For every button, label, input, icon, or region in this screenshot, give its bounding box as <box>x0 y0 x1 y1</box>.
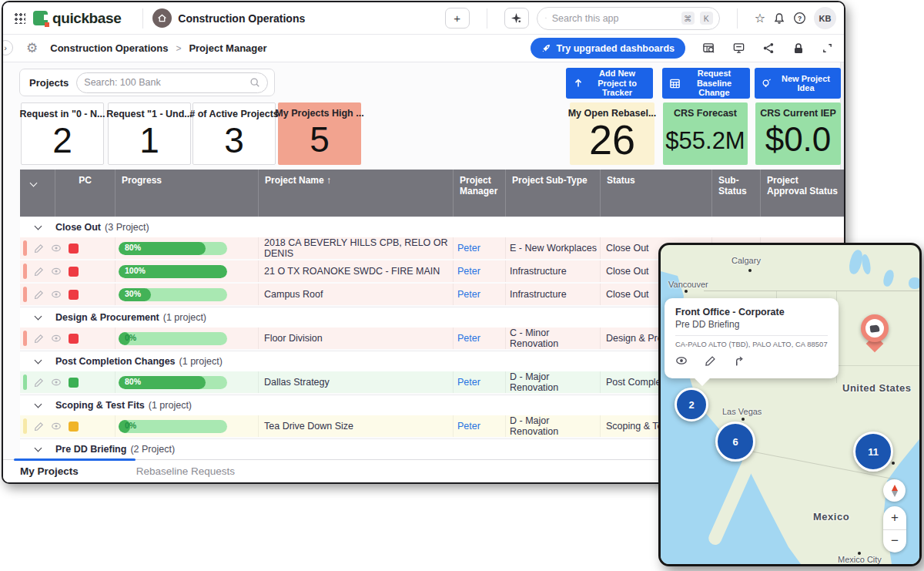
map-cluster-2[interactable]: 2 <box>675 388 708 422</box>
col-header-progress[interactable]: Progress <box>116 170 259 217</box>
col-header-status[interactable]: Status <box>601 170 712 217</box>
edit-pencil-icon[interactable] <box>34 422 44 432</box>
project-name[interactable]: 2018 CA BEVERLY HILLS CPB, RELO OR DENIS <box>259 237 454 259</box>
breadcrumb-app[interactable]: Construction Operations <box>50 42 168 54</box>
new-project-idea-button[interactable]: New Project Idea <box>755 68 841 99</box>
app-switcher-grid-icon[interactable] <box>14 12 25 24</box>
project-name[interactable]: Floor Division <box>259 327 454 349</box>
pc-status-square <box>69 290 79 300</box>
view-eye-icon[interactable] <box>51 377 62 388</box>
chevron-down-icon[interactable] <box>20 404 55 407</box>
favorite-star-icon[interactable]: ☆ <box>755 11 765 25</box>
edit-pencil-icon[interactable] <box>34 244 44 254</box>
table-header-row: PC Progress Project Name ↑ Project Manag… <box>20 170 844 217</box>
view-eye-icon[interactable] <box>51 333 62 344</box>
divider <box>675 335 828 336</box>
try-upgraded-dashboards-button[interactable]: Try upgraded dashboards <box>531 38 685 59</box>
view-eye-icon[interactable] <box>51 289 62 300</box>
popup-title: Front Office - Corporate <box>675 307 828 317</box>
projects-search-box[interactable] <box>76 72 268 93</box>
kpi-value: 5 <box>310 119 330 160</box>
search-input[interactable] <box>552 13 676 24</box>
kpi-card[interactable]: CRS Current IEP $0.0 <box>755 102 841 165</box>
kpi-card[interactable]: CRS Forecast $55.2M <box>663 102 748 165</box>
user-avatar[interactable]: KB <box>814 7 836 29</box>
chevron-down-icon[interactable] <box>20 360 55 363</box>
project-manager-link[interactable]: Peter <box>457 289 480 300</box>
edit-pencil-icon[interactable] <box>34 378 44 388</box>
tab-my-projects[interactable]: My Projects <box>20 465 79 477</box>
active-tab-indicator <box>14 458 136 461</box>
fullscreen-expand-icon[interactable] <box>822 42 833 54</box>
arrow-up-icon <box>573 78 584 89</box>
request-baseline-change-button[interactable]: Request Baseline Change <box>662 68 750 99</box>
projects-search-input[interactable] <box>84 77 249 88</box>
view-eye-icon[interactable] <box>51 266 62 277</box>
rocket-icon <box>541 43 551 53</box>
project-manager-link[interactable]: Peter <box>457 421 480 432</box>
edit-pencil-icon[interactable] <box>705 354 716 367</box>
quickbase-logo-icon[interactable] <box>33 11 48 25</box>
view-eye-icon[interactable] <box>51 421 62 432</box>
map-canvas[interactable]: Calgary Vancouver United States Las Vega… <box>661 245 919 564</box>
add-new-project-button[interactable]: Add New Project to Tracker <box>566 68 653 99</box>
map-cluster-11[interactable]: 11 <box>853 432 893 472</box>
ai-sparkle-button[interactable] <box>504 8 529 29</box>
report-table-icon[interactable] <box>702 42 715 55</box>
app-search-box[interactable]: ⌘ K <box>537 7 720 30</box>
project-name[interactable]: 21 O TX ROANOKE SWDC - FIRE MAIN <box>259 260 454 282</box>
group-header[interactable]: Close Out (3 Project) <box>20 217 844 237</box>
table-icon <box>669 78 681 89</box>
edit-pencil-icon[interactable] <box>34 267 44 277</box>
kpi-card[interactable]: Request "1 - Und... 1 <box>108 102 191 165</box>
view-eye-icon[interactable] <box>51 243 62 254</box>
lock-icon[interactable] <box>792 42 805 55</box>
divider <box>487 8 487 29</box>
chevron-down-icon[interactable] <box>20 448 55 451</box>
collapse-all-chevron[interactable] <box>20 170 55 217</box>
zoom-out-button[interactable]: − <box>883 530 906 553</box>
compass-control[interactable] <box>883 479 906 502</box>
col-header-sub-status[interactable]: Sub-Status <box>712 170 761 217</box>
project-manager-link[interactable]: Peter <box>457 243 480 254</box>
kpi-card[interactable]: # of Active Projects 3 <box>192 102 276 165</box>
view-eye-icon[interactable] <box>675 354 688 367</box>
help-icon[interactable]: ? <box>793 12 806 25</box>
project-manager-link[interactable]: Peter <box>457 333 480 344</box>
row-color-strip <box>23 375 27 390</box>
col-header-pc[interactable]: PC <box>55 170 116 217</box>
share-icon[interactable] <box>762 42 775 55</box>
directions-icon[interactable] <box>733 354 745 367</box>
col-header-project-name[interactable]: Project Name ↑ <box>259 170 454 217</box>
kpi-card[interactable]: Request in "0 - N... 2 <box>21 102 104 165</box>
project-name[interactable]: Campus Roof <box>259 284 454 305</box>
app-home-icon[interactable] <box>152 8 172 28</box>
kiosk-presentation-icon[interactable] <box>732 42 745 55</box>
kpi-card[interactable]: My Open Rebasel... 26 <box>570 102 654 165</box>
col-header-sub-type[interactable]: Project Sub-Type <box>506 170 601 217</box>
pc-status-square <box>69 378 79 388</box>
col-header-approval-status[interactable]: Project Approval Status <box>761 170 844 217</box>
zoom-in-button[interactable]: + <box>883 506 906 530</box>
settings-gear-icon[interactable]: ⚙ <box>26 40 38 56</box>
progress-bar: 0% <box>119 332 227 345</box>
chevron-down-icon[interactable] <box>20 226 55 229</box>
project-manager-link[interactable]: Peter <box>457 266 480 277</box>
col-header-project-manager[interactable]: Project Manager <box>454 170 506 217</box>
tab-rebaseline-requests[interactable]: Rebaseline Requests <box>136 465 235 477</box>
map-cluster-6[interactable]: 6 <box>715 422 755 462</box>
houston-dot <box>892 462 895 465</box>
notifications-bell-icon[interactable] <box>773 12 785 25</box>
map-pin-marker[interactable] <box>859 314 890 351</box>
quickbase-wordmark[interactable]: quickbase <box>52 10 121 27</box>
pc-status-square <box>69 244 79 254</box>
screen: quickbase Construction Operations + ⌘ K <box>0 0 924 571</box>
project-name[interactable]: Dallas Strategy <box>259 371 454 393</box>
edit-pencil-icon[interactable] <box>34 334 44 344</box>
chevron-down-icon[interactable] <box>20 316 55 319</box>
project-name[interactable]: Tea Drive Down Size <box>259 415 454 437</box>
edit-pencil-icon[interactable] <box>34 290 44 300</box>
add-new-button[interactable]: + <box>445 8 470 29</box>
project-manager-link[interactable]: Peter <box>457 377 480 388</box>
kpi-card[interactable]: My Projects High ... 5 <box>278 102 361 165</box>
